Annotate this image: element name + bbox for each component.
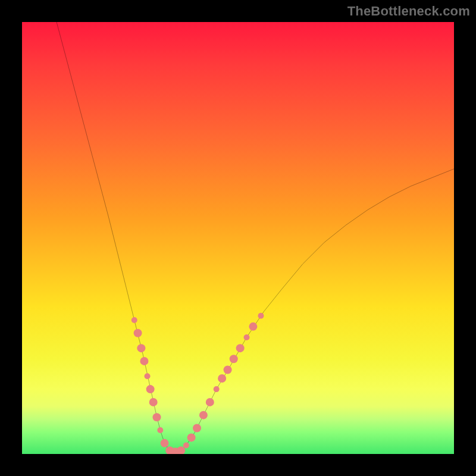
- highlight-dot: [218, 374, 226, 383]
- chart-stage: TheBottleneck.com: [0, 0, 476, 476]
- highlight-dot: [258, 313, 264, 319]
- chart-plot: [22, 22, 454, 454]
- highlight-dot: [153, 413, 161, 421]
- highlight-dot: [157, 427, 163, 433]
- highlight-dot: [131, 317, 137, 323]
- highlight-dots-group: [131, 313, 264, 454]
- highlight-dot: [236, 344, 245, 352]
- highlight-dot: [149, 398, 158, 406]
- highlight-dot: [249, 322, 257, 331]
- highlight-dot: [199, 411, 208, 419]
- highlight-dot: [187, 433, 196, 441]
- highlight-dot: [137, 344, 145, 352]
- highlight-dot: [140, 357, 148, 365]
- bottleneck-curve: [57, 22, 454, 452]
- highlight-dot: [244, 334, 250, 340]
- highlight-dot: [146, 385, 155, 393]
- highlight-dot: [134, 329, 142, 337]
- highlight-dot: [224, 365, 232, 374]
- highlight-dot: [230, 355, 238, 363]
- highlight-dot: [145, 373, 151, 379]
- watermark-text: TheBottleneck.com: [347, 4, 470, 19]
- highlight-dot: [183, 442, 189, 448]
- highlight-dot: [214, 386, 220, 392]
- highlight-dot: [161, 439, 169, 447]
- highlight-dot: [193, 424, 201, 432]
- highlight-dot: [206, 398, 214, 406]
